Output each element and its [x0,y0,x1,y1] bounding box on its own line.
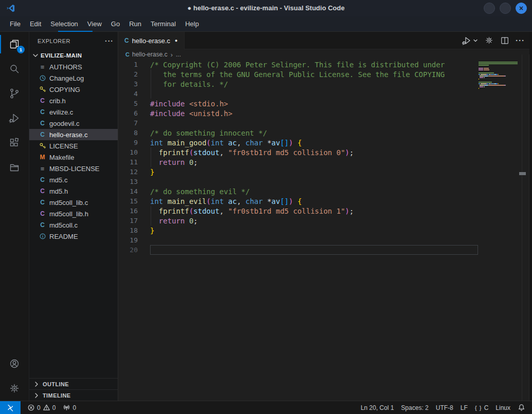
code-line-13[interactable]: 13 [118,177,532,186]
activity-source-control[interactable] [0,81,29,106]
code-line-6[interactable]: 6#include <unistd.h> [118,108,532,118]
language-mode[interactable]: { } C [471,404,492,411]
file-item-LICENSE[interactable]: LICENSE [29,140,118,152]
breadcrumb-file[interactable]: hello-erase.c [132,51,168,58]
code-line-8[interactable]: 8/* do something innocent */ [118,128,532,138]
code-line-1[interactable]: 1/* Copyright (C) 2006 Peter Selinger. T… [118,60,532,69]
code-line-19[interactable]: 19 [118,235,532,245]
file-item-md5coll_lib.h[interactable]: Cmd5coll_lib.h [29,208,118,219]
code-line-4[interactable]: 4 [118,89,532,99]
run-or-debug-button[interactable] [462,35,478,46]
timeline-section[interactable]: TIMELINE [29,389,118,401]
code-line-2[interactable]: 2 the terms of the GNU General Public Li… [118,69,532,79]
code-line-20[interactable]: 20 [118,245,532,255]
line-number[interactable]: 13 [118,178,138,185]
code-line-14[interactable]: 14/* do something evil */ [118,186,532,196]
notifications-bell[interactable] [514,404,529,411]
file-item-COPYING[interactable]: COPYING [29,84,118,95]
file-item-md5.h[interactable]: Cmd5.h [29,185,118,197]
remote-os[interactable]: Linux [492,404,514,411]
activity-explorer[interactable]: 1 [0,32,29,57]
line-number[interactable]: 7 [118,119,138,127]
menu-terminal[interactable]: Terminal [146,18,180,30]
code-editor[interactable]: 1/* Copyright (C) 2006 Peter Selinger. T… [118,60,532,401]
code-line-18[interactable]: 18} [118,225,532,235]
file-item-hello-erase.c[interactable]: Chello-erase.c [29,129,118,140]
line-number[interactable]: 12 [118,168,138,176]
activity-settings[interactable] [0,376,29,401]
file-item-Makefile[interactable]: MMakefile [29,152,118,163]
code-line-15[interactable]: 15int main_evil(int ac, char *av[]) { [118,196,532,206]
line-number[interactable]: 10 [118,148,138,156]
menu-selection[interactable]: Selection [46,18,82,30]
outline-section[interactable]: OUTLINE [29,378,118,389]
file-item-md5coll.c[interactable]: Cmd5coll.c [29,219,118,231]
menu-edit[interactable]: Edit [25,18,46,30]
breadcrumb-symbol[interactable]: ... [176,51,181,58]
eol-sequence[interactable]: LF [457,404,471,411]
menu-view[interactable]: View [83,18,106,30]
close-button[interactable]: × [516,3,527,14]
code-line-17[interactable]: 17 return 0; [118,216,532,225]
line-number[interactable]: 19 [118,236,138,244]
file-item-AUTHORS[interactable]: ≡AUTHORS [29,61,118,72]
code-line-10[interactable]: 10 fprintf(stdout, "fr0stb1rd md5 collis… [118,147,532,157]
problems-indicator[interactable]: 0 0 [24,401,59,414]
line-number[interactable]: 6 [118,109,138,117]
minimize-button[interactable] [484,3,495,14]
activity-extensions[interactable] [0,130,29,155]
code-line-7[interactable]: 7 [118,118,532,128]
remote-indicator[interactable] [0,401,21,414]
breadcrumb[interactable]: C hello-erase.c › ... [118,49,532,60]
file-item-md5.c[interactable]: Cmd5.c [29,174,118,185]
line-number[interactable]: 20 [118,246,138,254]
file-item-evilize.c[interactable]: Cevilize.c [29,106,118,118]
folder-root-row[interactable]: EVILIZE-MAIN [29,50,118,61]
menu-run[interactable]: Run [124,18,146,30]
more-actions-icon[interactable]: ··· [516,36,525,45]
menu-go[interactable]: Go [106,18,124,30]
line-number[interactable]: 16 [118,207,138,215]
file-item-goodevil.c[interactable]: Cgoodevil.c [29,118,118,129]
minimap[interactable] [479,62,520,92]
tab-hello-erase[interactable]: C hello-erase.c ● [118,32,185,49]
file-item-md5coll_lib.c[interactable]: Cmd5coll_lib.c [29,197,118,208]
line-number[interactable]: 8 [118,129,138,137]
line-number[interactable]: 11 [118,158,138,166]
menu-help[interactable]: Help [180,18,204,30]
code-line-11[interactable]: 11 return 0; [118,157,532,167]
line-number[interactable]: 14 [118,187,138,195]
cursor-position[interactable]: Ln 20, Col 1 [357,404,398,411]
line-number[interactable]: 9 [118,139,138,146]
file-item-crib.h[interactable]: Ccrib.h [29,95,118,106]
split-editor-icon[interactable] [500,36,509,45]
encoding[interactable]: UTF-8 [432,404,457,411]
file-item-MBSD-LICENSE[interactable]: ≡MBSD-LICENSE [29,163,118,174]
activity-account[interactable] [0,351,29,376]
line-number[interactable]: 18 [118,227,138,234]
file-item-ChangeLog[interactable]: ChangeLog [29,72,118,84]
line-number[interactable]: 2 [118,70,138,78]
line-number[interactable]: 3 [118,80,138,88]
activity-search[interactable] [0,57,29,81]
modified-dot-icon[interactable]: ● [175,38,177,43]
line-number[interactable]: 1 [118,61,138,68]
menu-file[interactable]: File [5,18,25,30]
maximize-button[interactable] [500,3,511,14]
activity-run-debug[interactable] [0,106,29,130]
code-line-5[interactable]: 5#include <stdio.h> [118,99,532,108]
settings-gear-icon[interactable] [484,35,494,45]
vertical-scrollbar[interactable] [522,54,529,401]
indentation[interactable]: Spaces: 2 [397,404,432,411]
activity-folder[interactable] [0,155,29,180]
ports-indicator[interactable]: 0 [59,401,80,414]
line-number[interactable]: 4 [118,90,138,98]
line-number[interactable]: 15 [118,197,138,205]
code-line-9[interactable]: 9int main_good(int ac, char *av[]) { [118,138,532,147]
file-item-README[interactable]: README [29,231,118,242]
explorer-more-actions-icon[interactable]: ··· [105,37,114,45]
code-line-16[interactable]: 16 fprintf(stdout, "fr0stb1rd md5 collis… [118,206,532,216]
line-number[interactable]: 17 [118,217,138,224]
code-line-12[interactable]: 12} [118,167,532,177]
line-number[interactable]: 5 [118,100,138,107]
